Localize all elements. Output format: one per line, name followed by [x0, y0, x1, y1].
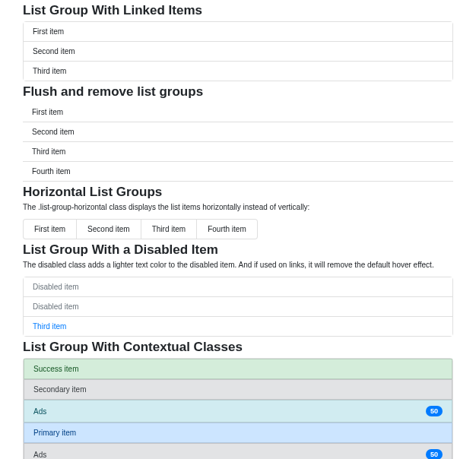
horizontal-item: Third item	[141, 219, 196, 239]
flush-item: Second item	[23, 122, 453, 142]
disabled-item: Disabled item	[24, 297, 452, 317]
linked-item[interactable]: Second item	[24, 42, 452, 62]
heading-contextual: List Group With Contextual Classes	[23, 340, 453, 355]
heading-horizontal: Horizontal List Groups	[23, 185, 453, 200]
contextual-label: Ads	[33, 451, 46, 459]
badge: 50	[426, 406, 443, 416]
horizontal-item: Fourth item	[196, 219, 258, 239]
badge: 50	[426, 449, 443, 459]
horizontal-item: First item	[23, 219, 76, 239]
list-group-disabled: Disabled item Disabled item Third item	[23, 277, 453, 337]
contextual-item-secondary: Ads 50	[24, 443, 452, 459]
heading-flush: Flush and remove list groups	[23, 84, 453, 100]
desc-disabled: The disabled class adds a lighter text c…	[23, 261, 453, 269]
linked-item[interactable]: Third item	[24, 62, 452, 81]
list-group-linked: First item Second item Third item	[23, 21, 453, 81]
list-group-horizontal: First item Second item Third item Fourth…	[23, 219, 258, 239]
linked-item[interactable]: First item	[24, 22, 452, 42]
contextual-item-success: Success item	[24, 359, 452, 379]
list-group-flush: First item Second item Third item Fourth…	[23, 103, 453, 182]
heading-linked: List Group With Linked Items	[23, 3, 453, 18]
flush-item: Fourth item	[23, 162, 453, 182]
contextual-label: Secondary item	[33, 385, 86, 394]
contextual-label: Primary item	[33, 429, 76, 437]
horizontal-item: Second item	[76, 219, 141, 239]
contextual-item-secondary: Secondary item	[24, 379, 452, 400]
disabled-item: Disabled item	[24, 277, 452, 297]
flush-item: First item	[23, 103, 453, 122]
flush-item: Third item	[23, 142, 453, 162]
list-group-contextual: Success item Secondary item Ads 50 Prima…	[23, 358, 453, 459]
contextual-label: Success item	[33, 365, 78, 373]
disabled-link-item[interactable]: Third item	[24, 317, 452, 336]
contextual-item-info: Ads 50	[24, 400, 452, 423]
contextual-item-primary: Primary item	[24, 423, 452, 443]
desc-horizontal: The .list-group-horizontal class display…	[23, 203, 453, 211]
heading-disabled: List Group With a Disabled Item	[23, 242, 453, 258]
contextual-label: Ads	[33, 407, 46, 416]
